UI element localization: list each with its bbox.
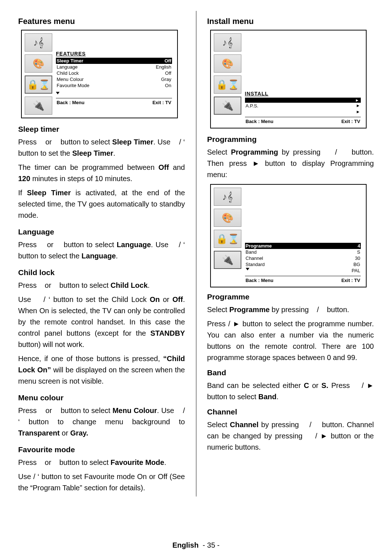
column-divider — [196, 11, 196, 496]
menucolour-heading: Menu colour — [18, 393, 185, 402]
audio-icon: ♪𝄞 — [25, 33, 52, 52]
osd-icon-strip: ♪𝄞 🎨 🔒⌛ 🔌 — [214, 188, 241, 284]
programming-heading: Programming — [207, 135, 374, 144]
osd-install-footer: Back : Menu Exit : TV — [245, 118, 361, 124]
osd-row-favourite-mode: Favourite ModeOn — [56, 82, 172, 89]
childlock-p3: Hence, if one of those buttons is presse… — [18, 353, 185, 387]
osd-features-title: FEATURES — [56, 51, 172, 57]
features-icon: 🔒⌛ — [214, 75, 241, 94]
picture-icon: 🎨 — [214, 209, 241, 227]
install-icon: 🔌 — [25, 97, 52, 115]
sleep-timer-p3: If Sleep Timer is activated, at the end … — [18, 187, 185, 221]
down-arrow-icon — [246, 268, 249, 270]
childlock-p2: Use / ‘ button to set the Child Lock On … — [18, 294, 185, 350]
childlock-heading: Child lock — [18, 268, 185, 277]
osd-programming-footer: Back : Menu Exit : TV — [245, 277, 361, 283]
favmode-p1: Press or button to select Favourite Mode… — [18, 457, 185, 468]
audio-icon: ♪𝄞 — [214, 33, 241, 52]
osd-features: ♪𝄞 🎨 🔒⌛ 🔌 FEATURES Sleep TimerOff Langua… — [21, 30, 178, 118]
install-icon: 🔌 — [214, 97, 241, 115]
page-footer: English - 35 - — [0, 541, 392, 549]
favmode-heading: Favourite mode — [18, 445, 185, 454]
right-arrow-icon: ► — [356, 103, 360, 109]
channel-heading: Channel — [207, 408, 374, 416]
programme-heading: Programme — [207, 293, 374, 301]
audio-icon: ♪𝄞 — [214, 188, 241, 206]
osd-row-menu-colour: Menu ColourGray — [56, 76, 172, 82]
osd-features-footer: Back : Menu Exit : TV — [56, 99, 172, 105]
osd-row-pal: PAL — [245, 267, 361, 274]
osd-row-aps: A.P.S.► — [245, 103, 361, 109]
sleep-timer-p1: Press or button to select Sleep Timer. U… — [18, 136, 185, 159]
osd-install-title: INSTALL — [245, 91, 361, 97]
osd-install: ♪𝄞 🎨 🔒⌛ 🔌 INSTALL ► A.P.S.► ► Back : Men… — [210, 30, 367, 128]
language-p1: Press or button to select Language. Use … — [18, 239, 185, 262]
right-arrow-icon: ► — [356, 109, 360, 114]
programme-p1: Select Programme by pressing / button. — [207, 304, 374, 315]
sleep-timer-p2: The timer can be programmed between Off … — [18, 162, 185, 184]
programme-p2: Press / ► button to select the programme… — [207, 318, 374, 363]
childlock-p1: Press or button to select Child Lock. — [18, 280, 185, 291]
osd-row-band: BandS — [245, 249, 361, 255]
menucolour-p1: Press or button to select Menu Colour. U… — [18, 405, 185, 439]
picture-icon: 🎨 — [25, 54, 52, 73]
down-arrow-icon — [56, 92, 60, 94]
features-menu-heading: Features menu — [18, 17, 185, 26]
sleep-timer-heading: Sleep timer — [18, 125, 185, 134]
osd-row-blank: ► — [245, 109, 361, 115]
install-menu-heading: Install menu — [207, 17, 374, 26]
channel-p1: Select Channel by pressing / button. Cha… — [207, 419, 374, 453]
programming-p1: Select Programming by pressing / button.… — [207, 147, 374, 180]
right-arrow-icon: ► — [354, 98, 360, 102]
band-p1: Band can be selected either C or S. Pres… — [207, 380, 374, 402]
osd-icon-strip: ♪𝄞 🎨 🔒⌛ 🔌 — [214, 33, 241, 125]
osd-row-sleep-timer: Sleep TimerOff — [56, 58, 172, 64]
osd-row-programming: ► — [245, 98, 361, 103]
osd-icon-strip: ♪𝄞 🎨 🔒⌛ 🔌 — [25, 33, 52, 115]
favmode-p2: Use / ‘ button to set Favourite mode On … — [18, 471, 185, 494]
osd-row-channel: Channel30 — [245, 255, 361, 261]
osd-row-child-lock: Child LockOff — [56, 70, 172, 76]
install-icon: 🔌 — [214, 251, 241, 269]
features-icon: 🔒⌛ — [214, 230, 241, 248]
language-heading: Language — [18, 228, 185, 236]
right-column: Install menu ♪𝄞 🎨 🔒⌛ 🔌 INSTALL ► A.P.S.►… — [207, 11, 374, 496]
osd-row-language: LanguageEnglish — [56, 64, 172, 70]
osd-row-programme: Programme4 — [245, 243, 361, 249]
osd-row-standard: StandardBG — [245, 261, 361, 267]
osd-programming: ♪𝄞 🎨 🔒⌛ 🔌 Programme4 BandS Channel30 Sta… — [210, 184, 367, 287]
features-icon: 🔒⌛ — [25, 75, 52, 94]
left-column: Features menu ♪𝄞 🎨 🔒⌛ 🔌 FEATURES Sleep T… — [18, 11, 185, 496]
band-heading: Band — [207, 368, 374, 377]
picture-icon: 🎨 — [214, 54, 241, 73]
